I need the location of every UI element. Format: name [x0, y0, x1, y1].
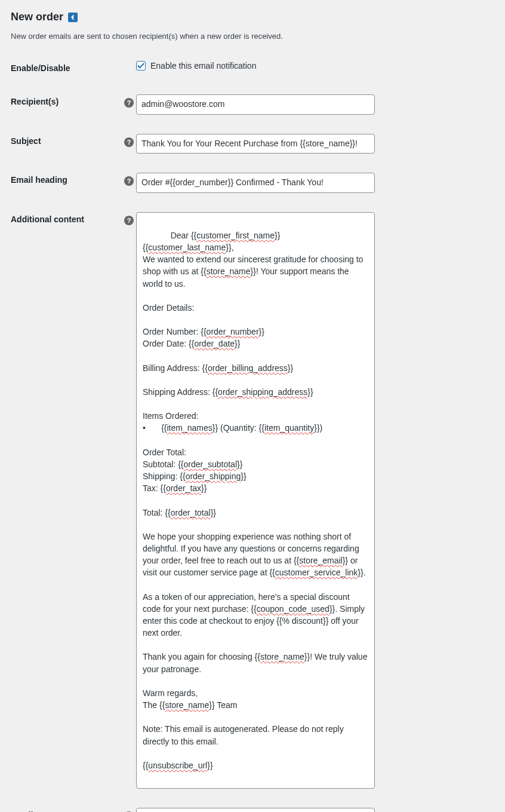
- resize-handle-icon[interactable]: [367, 780, 374, 788]
- enable-checkbox-label[interactable]: Enable this email notification: [136, 61, 256, 71]
- help-icon[interactable]: ?: [124, 137, 134, 147]
- email-heading-input[interactable]: [136, 173, 375, 193]
- email-heading-label: Email heading: [11, 163, 136, 203]
- additional-content-label: Additional content: [11, 203, 136, 798]
- page-description: New order emails are sent to chosen reci…: [11, 32, 493, 41]
- subject-label: Subject: [11, 124, 136, 164]
- page-title: New order: [11, 11, 493, 23]
- subject-input[interactable]: [136, 134, 375, 154]
- help-icon[interactable]: ?: [124, 216, 134, 225]
- email-type-select[interactable]: Plain textHTMLMultipart: [136, 808, 375, 812]
- recipients-label: Recipient(s): [11, 85, 136, 124]
- recipients-input[interactable]: [136, 94, 375, 115]
- enable-label: Enable/Disable: [11, 51, 136, 85]
- settings-form-table: Enable/Disable Enable this email notific…: [11, 51, 493, 812]
- enable-checkbox-text: Enable this email notification: [150, 61, 256, 71]
- enable-checkbox[interactable]: [136, 61, 146, 71]
- page-title-text: New order: [11, 11, 63, 23]
- back-icon[interactable]: [68, 13, 78, 22]
- additional-content-textarea[interactable]: Dear {{customer_first_name}} {{customer_…: [136, 212, 375, 789]
- help-icon[interactable]: ?: [124, 98, 134, 108]
- email-type-label: Email type: [11, 798, 136, 812]
